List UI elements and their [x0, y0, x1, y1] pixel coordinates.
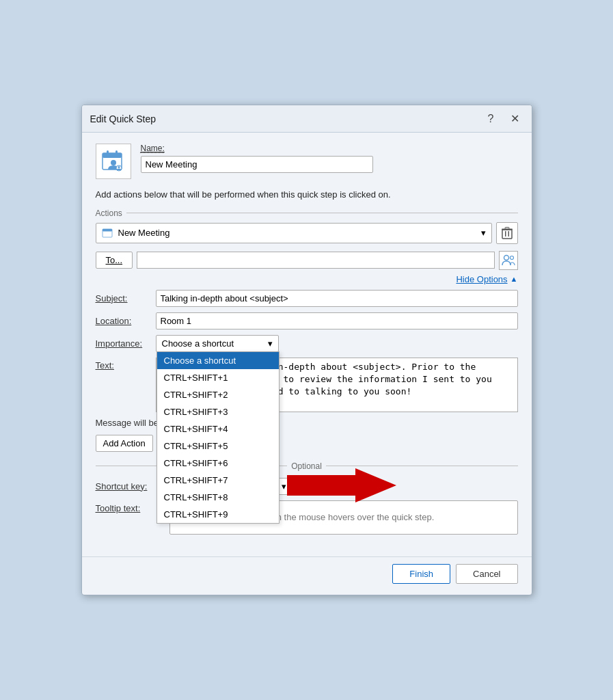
close-button[interactable]: ✕ — [506, 111, 523, 126]
svg-rect-9 — [502, 230, 512, 239]
shortcut-option-1[interactable]: CTRL+SHIFT+1 — [157, 369, 279, 386]
action-dropdown-label: New Meeting — [118, 228, 170, 238]
quick-step-icon — [96, 144, 131, 179]
people-icon — [502, 254, 515, 267]
shortcut-option-6[interactable]: CTRL+SHIFT+6 — [157, 455, 279, 472]
hide-options-row: Hide Options ▲ — [96, 274, 518, 284]
dialog-title: Edit Quick Step — [90, 113, 156, 124]
location-row: Location: — [96, 312, 518, 329]
title-bar: Edit Quick Step ? ✕ — [82, 105, 532, 133]
subject-row: Subject: — [96, 290, 518, 307]
arrow-annotation — [287, 468, 396, 504]
actions-section-label: Actions — [96, 208, 518, 218]
shortcut-option-7[interactable]: CTRL+SHIFT+7 — [157, 472, 279, 489]
name-input[interactable] — [141, 156, 373, 173]
svg-point-15 — [510, 256, 513, 259]
shortcut-option-choose[interactable]: Choose a shortcut — [157, 352, 279, 369]
name-section: Name: — [96, 144, 518, 179]
svg-rect-3 — [115, 150, 118, 156]
svg-point-14 — [504, 255, 508, 260]
shortcut-option-2[interactable]: CTRL+SHIFT+2 — [157, 386, 279, 403]
svg-rect-8 — [103, 229, 112, 232]
shortcut-option-8[interactable]: CTRL+SHIFT+8 — [157, 489, 279, 506]
action-row: New Meeting ▾ — [96, 222, 518, 244]
shortcut-option-5[interactable]: CTRL+SHIFT+5 — [157, 438, 279, 455]
location-input[interactable] — [156, 312, 518, 329]
importance-label: Importance: — [96, 338, 150, 349]
importance-dropdown-value: Choose a shortcut — [162, 338, 234, 349]
trash-icon — [502, 227, 513, 239]
dialog-footer: Finish Cancel — [82, 556, 532, 595]
hide-options-chevron: ▲ — [510, 275, 518, 283]
subject-input[interactable] — [156, 290, 518, 307]
svg-point-6 — [118, 166, 120, 168]
delete-action-button[interactable] — [496, 222, 518, 244]
subject-label: Subject: — [96, 293, 150, 304]
title-bar-buttons: ? ✕ — [484, 111, 523, 126]
shortcut-option-4[interactable]: CTRL+SHIFT+4 — [157, 420, 279, 438]
location-label: Location: — [96, 316, 150, 326]
shortcut-dropdown-menu: Choose a shortcut CTRL+SHIFT+1 CTRL+SHIF… — [156, 351, 280, 524]
name-label: Name: — [141, 144, 373, 153]
help-button[interactable]: ? — [484, 111, 498, 126]
edit-quick-step-dialog: Edit Quick Step ? ✕ — [81, 105, 532, 595]
svg-rect-2 — [107, 150, 109, 156]
name-field-group: Name: — [141, 144, 373, 173]
importance-dropdown[interactable]: Choose a shortcut ▾ Choose a shortcut CT… — [156, 335, 279, 352]
cancel-button[interactable]: Cancel — [456, 564, 517, 584]
title-bar-left: Edit Quick Step — [90, 113, 156, 124]
shortcut-option-3[interactable]: CTRL+SHIFT+3 — [157, 403, 279, 420]
text-label: Text: — [96, 358, 150, 371]
action-dropdown-inner: New Meeting — [102, 227, 170, 239]
to-button[interactable]: To... — [96, 252, 133, 269]
action-icon — [102, 227, 114, 239]
description-text: Add actions below that will be performed… — [96, 189, 518, 201]
tooltip-label: Tooltip text: — [96, 500, 164, 513]
action-dropdown-chevron: ▾ — [481, 228, 486, 238]
importance-dropdown-chevron: ▾ — [268, 338, 273, 349]
shortcut-dropdown-chevron: ▾ — [282, 481, 286, 492]
svg-rect-11 — [508, 231, 509, 237]
dialog-content: Name: Add actions below that will be per… — [82, 133, 532, 556]
svg-rect-13 — [505, 227, 509, 229]
hide-options-link[interactable]: Hide Options — [456, 274, 507, 284]
svg-rect-10 — [505, 231, 506, 237]
svg-point-4 — [111, 160, 116, 165]
add-action-button[interactable]: Add Action — [96, 435, 153, 452]
action-dropdown[interactable]: New Meeting ▾ — [96, 223, 492, 243]
red-arrow-icon — [287, 468, 396, 502]
svg-rect-1 — [103, 153, 122, 158]
to-row: To... — [96, 251, 518, 270]
shortcut-label: Shortcut key: — [96, 481, 164, 492]
shortcut-option-9[interactable]: CTRL+SHIFT+9 — [157, 506, 279, 523]
svg-marker-16 — [287, 468, 396, 502]
to-input[interactable] — [137, 252, 494, 269]
finish-button[interactable]: Finish — [392, 564, 450, 584]
importance-row: Importance: Choose a shortcut ▾ Choose a… — [96, 335, 518, 352]
people-picker-button[interactable] — [499, 251, 518, 270]
